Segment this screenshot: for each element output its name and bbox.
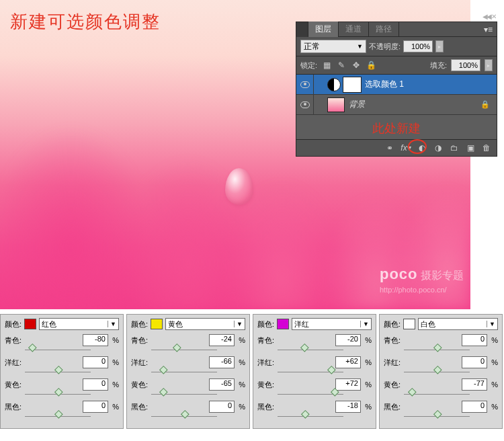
lock-transparent-icon[interactable]: ▦ [321, 60, 332, 71]
tutorial-title: 新建可选颜色调整 [10, 10, 161, 34]
yellow-input[interactable]: -65 [209, 378, 235, 391]
color-dropdown[interactable]: 白色 ▼ [418, 318, 498, 330]
black-input[interactable]: 0 [462, 401, 487, 413]
layer-list: 选取颜色 1 背景 🔒 此处新建 [296, 75, 497, 139]
watermark-sub: 摄影专题 [421, 270, 464, 281]
percent-label: % [108, 403, 119, 411]
chevron-down-icon: ▼ [357, 43, 363, 50]
selective-color-panel: 颜色: 红色 ▼ 青色: -80 % 洋红: 0 % [0, 314, 124, 429]
fill-input[interactable]: 100% [451, 59, 480, 71]
slider-label-cyan: 青色: [131, 335, 151, 346]
color-swatch [151, 319, 163, 329]
fill-flyout-icon[interactable]: ▸ [485, 59, 493, 71]
magenta-slider[interactable] [404, 369, 470, 376]
percent-label: % [235, 380, 245, 389]
color-name: 洋红 [294, 319, 309, 329]
visibility-toggle[interactable] [296, 95, 314, 114]
slider-label-magenta: 洋红: [384, 358, 404, 368]
slider-label-cyan: 青色: [257, 335, 278, 346]
black-slider[interactable] [404, 413, 470, 420]
black-slider[interactable] [151, 413, 217, 420]
tab-channels[interactable]: 通道 [339, 22, 369, 37]
panel-footer: ⚭ fx▾ ◐ ◑ 🗀 ▣ 🗑 [296, 139, 497, 156]
delete-layer-icon[interactable]: 🗑 [479, 142, 494, 154]
magenta-slider[interactable] [25, 369, 91, 376]
slider-label-magenta: 洋红: [131, 358, 151, 368]
color-swatch [403, 319, 415, 329]
percent-label: % [235, 403, 245, 411]
percent-label: % [361, 403, 372, 411]
tab-layers[interactable]: 图层 [308, 22, 339, 37]
fill-label: 填充: [430, 61, 447, 71]
lock-all-icon[interactable]: 🔒 [366, 60, 376, 71]
group-icon[interactable]: 🗀 [447, 142, 462, 154]
percent-label: % [487, 358, 498, 366]
slider-label-yellow: 黄色: [5, 380, 25, 390]
black-input[interactable]: -18 [335, 401, 361, 413]
color-name: 黄色 [168, 319, 183, 329]
yellow-input[interactable]: +72 [335, 378, 361, 391]
black-input[interactable]: 0 [83, 401, 108, 413]
slider-label-black: 黑色: [384, 402, 404, 412]
yellow-slider[interactable] [404, 391, 470, 398]
lock-position-icon[interactable]: ✥ [351, 60, 362, 71]
new-layer-icon[interactable]: ▣ [463, 142, 478, 154]
adjustment-layer-icon[interactable]: ◑ [431, 142, 446, 154]
opacity-flyout-icon[interactable]: ▸ [435, 40, 444, 52]
magenta-slider[interactable] [151, 369, 217, 376]
cyan-input[interactable]: -80 [83, 334, 108, 346]
slider-label-yellow: 黄色: [384, 380, 404, 390]
panel-menu-icon[interactable]: ▾≡ [480, 24, 497, 36]
color-swatch [277, 319, 289, 329]
color-dropdown[interactable]: 洋红 ▼ [292, 318, 372, 330]
lock-icon: 🔒 [480, 100, 490, 109]
opacity-input[interactable]: 100% [403, 40, 433, 52]
black-slider[interactable] [25, 413, 91, 420]
cyan-input[interactable]: -20 [335, 334, 361, 346]
percent-label: % [487, 336, 498, 344]
tab-paths[interactable]: 路径 [369, 22, 399, 37]
color-name: 白色 [421, 319, 435, 329]
mask-thumb [343, 77, 361, 92]
color-label: 颜色: [5, 319, 22, 329]
cyan-slider[interactable] [25, 347, 91, 354]
cyan-input[interactable]: -24 [209, 334, 235, 346]
eye-icon [300, 81, 310, 88]
yellow-slider[interactable] [151, 391, 217, 398]
eye-icon [300, 102, 310, 108]
magenta-slider[interactable] [278, 369, 343, 376]
slider-label-black: 黑色: [257, 402, 278, 412]
layer-row-adjustment[interactable]: 选取颜色 1 [296, 75, 497, 95]
black-slider[interactable] [278, 413, 343, 420]
color-name: 红色 [42, 319, 56, 329]
layer-name: 背景 [349, 99, 365, 110]
slider-label-cyan: 青色: [5, 335, 25, 346]
layer-thumb [327, 97, 345, 112]
cyan-slider[interactable] [151, 347, 217, 354]
magenta-input[interactable]: 0 [83, 356, 108, 368]
percent-label: % [108, 358, 119, 366]
yellow-input[interactable]: 0 [83, 378, 108, 391]
magenta-input[interactable]: +62 [335, 356, 361, 368]
magenta-input[interactable]: -66 [209, 356, 235, 368]
black-input[interactable]: 0 [209, 401, 235, 413]
blend-mode-dropdown[interactable]: 正常 ▼ [300, 40, 366, 53]
chevron-down-icon: ▼ [108, 321, 116, 327]
color-dropdown[interactable]: 黄色 ▼ [165, 318, 245, 330]
cyan-slider[interactable] [404, 347, 470, 354]
yellow-slider[interactable] [278, 391, 343, 398]
cyan-input[interactable]: 0 [462, 334, 487, 346]
link-layers-icon[interactable]: ⚭ [382, 142, 397, 154]
magenta-input[interactable]: 0 [462, 356, 487, 368]
panel-collapse-icon[interactable]: ◀◀ ✕ [482, 13, 495, 20]
cyan-slider[interactable] [278, 347, 343, 354]
layer-row-background[interactable]: 背景 🔒 [296, 95, 497, 115]
percent-label: % [361, 380, 372, 389]
lock-pixels-icon[interactable]: ✎ [336, 60, 347, 71]
slider-label-magenta: 洋红: [257, 358, 278, 368]
visibility-toggle[interactable] [296, 75, 314, 94]
color-label: 颜色: [257, 319, 274, 329]
color-dropdown[interactable]: 红色 ▼ [39, 318, 119, 330]
yellow-slider[interactable] [25, 391, 91, 398]
yellow-input[interactable]: -77 [462, 378, 487, 391]
